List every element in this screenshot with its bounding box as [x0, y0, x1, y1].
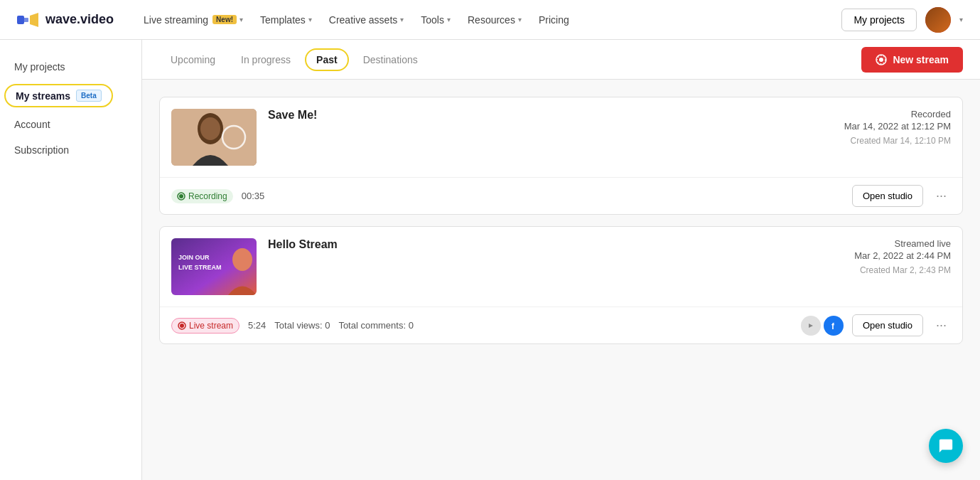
stream-info: Hello Stream Streamed live Mar 2, 2022 a… — [268, 238, 951, 275]
sidebar-item-my-streams-outline: My streams Beta — [4, 84, 113, 107]
sidebar-item-my-projects[interactable]: My projects — [0, 54, 141, 80]
new-stream-icon — [876, 54, 887, 65]
stream-created: Created Mar 2, 2:43 PM — [854, 265, 951, 275]
svg-point-8 — [200, 117, 220, 140]
main-nav: Live streaming New! ▾ Templates ▾ Creati… — [136, 10, 841, 30]
stream-created: Created Mar 14, 12:10 PM — [844, 136, 951, 146]
avatar-image — [925, 7, 951, 33]
stream-card-bottom: Live stream 5:24 Total views: 0 Total co… — [160, 306, 962, 343]
nav-resources[interactable]: Resources ▾ — [461, 10, 529, 30]
stream-duration: 00:35 — [242, 191, 265, 201]
sidebar-item-my-streams-wrapper: My streams Beta — [0, 82, 141, 109]
header-right: My projects ▾ — [841, 7, 963, 33]
stream-card-bottom: Recording 00:35 Open studio ··· — [160, 177, 962, 214]
live-stream-icon — [178, 321, 186, 330]
nav-creative-assets[interactable]: Creative assets ▾ — [322, 10, 411, 30]
chevron-down-icon: ▾ — [447, 16, 451, 23]
svg-point-11 — [179, 194, 183, 198]
svg-point-17 — [180, 324, 184, 328]
svg-marker-2 — [30, 13, 38, 27]
stream-card: Save Me! Recorded Mar 14, 2022 at 12:12 … — [159, 97, 963, 215]
beta-badge: Beta — [76, 90, 102, 102]
tab-upcoming[interactable]: Upcoming — [159, 48, 227, 71]
chat-bubble-button[interactable] — [929, 429, 963, 463]
thumbnail-svg-1 — [171, 109, 257, 166]
logo-text: wave.video — [45, 12, 114, 27]
open-studio-button[interactable]: Open studio — [852, 314, 923, 336]
streams-list: Save Me! Recorded Mar 14, 2022 at 12:12 … — [142, 80, 980, 373]
chevron-down-icon: ▾ — [239, 16, 243, 23]
logo[interactable]: wave.video — [17, 11, 114, 28]
chat-icon — [938, 438, 954, 454]
nav-live-streaming[interactable]: Live streaming New! ▾ — [136, 10, 250, 30]
new-stream-button[interactable]: New stream — [861, 47, 963, 73]
svg-point-4 — [879, 58, 883, 62]
layout: My projects My streams Beta Account Subs… — [0, 40, 980, 480]
stream-total-views: Total views: 0 — [274, 320, 330, 331]
sidebar-item-subscription[interactable]: Subscription — [0, 137, 141, 163]
my-projects-header-button[interactable]: My projects — [841, 9, 917, 31]
stream-title: Save Me! — [268, 109, 317, 143]
chevron-down-icon: ▾ — [400, 16, 404, 23]
tag-recording: Recording — [171, 189, 233, 203]
svg-text:JOIN OUR: JOIN OUR — [178, 254, 210, 261]
platform-icons: f — [801, 316, 844, 336]
nav-templates[interactable]: Templates ▾ — [253, 10, 319, 30]
sidebar-item-account[interactable]: Account — [0, 112, 141, 137]
sidebar: My projects My streams Beta Account Subs… — [0, 40, 142, 480]
header: wave.video Live streaming New! ▾ Templat… — [0, 0, 980, 40]
svg-rect-1 — [21, 18, 28, 22]
stream-meta: Streamed live Mar 2, 2022 at 2:44 PM Cre… — [854, 238, 951, 275]
logo-icon — [17, 11, 40, 28]
nav-tools[interactable]: Tools ▾ — [414, 10, 458, 30]
avatar-chevron-icon: ▾ — [959, 16, 963, 23]
chevron-down-icon: ▾ — [308, 16, 312, 23]
stream-card-top: JOIN OUR LIVE STREAM Hello Stream Stream… — [160, 227, 962, 306]
stream-thumbnail: JOIN OUR LIVE STREAM — [171, 238, 257, 295]
youtube-platform-icon — [801, 316, 821, 336]
thumbnail-svg-2: JOIN OUR LIVE STREAM — [171, 238, 257, 295]
facebook-platform-icon: f — [824, 316, 844, 336]
stream-title: Hello Stream — [268, 238, 338, 272]
recording-icon — [177, 192, 185, 201]
stream-status: Streamed live — [854, 238, 951, 249]
nav-badge-new: New! — [212, 15, 237, 24]
nav-pricing[interactable]: Pricing — [532, 10, 576, 30]
stream-total-comments: Total comments: 0 — [338, 320, 414, 331]
stream-date: Mar 2, 2022 at 2:44 PM — [854, 250, 951, 261]
facebook-icon: f — [826, 319, 841, 333]
tab-past-wrapper: Past — [305, 48, 349, 71]
stream-status: Recorded — [844, 109, 951, 119]
main-content: Upcoming In progress Past Destinations — [142, 40, 980, 480]
stream-meta: Recorded Mar 14, 2022 at 12:12 PM Create… — [844, 109, 951, 146]
sidebar-item-my-streams[interactable]: My streams Beta — [16, 90, 102, 102]
youtube-icon — [804, 319, 817, 332]
stream-card-top: Save Me! Recorded Mar 14, 2022 at 12:12 … — [160, 97, 962, 177]
tag-live: Live stream — [171, 318, 239, 334]
tabs-bar: Upcoming In progress Past Destinations — [142, 40, 980, 80]
tab-destinations[interactable]: Destinations — [352, 48, 429, 71]
svg-point-15 — [232, 248, 252, 271]
thumbnail-image-1 — [171, 109, 257, 166]
tab-in-progress[interactable]: In progress — [230, 48, 302, 71]
stream-card: JOIN OUR LIVE STREAM Hello Stream Stream… — [159, 226, 963, 344]
more-options-button[interactable]: ··· — [932, 315, 951, 336]
stream-date: Mar 14, 2022 at 12:12 PM — [844, 121, 951, 132]
avatar[interactable] — [925, 7, 951, 33]
open-studio-button[interactable]: Open studio — [852, 185, 923, 207]
tab-past[interactable]: Past — [305, 48, 349, 71]
stream-thumbnail — [171, 109, 257, 166]
stream-info: Save Me! Recorded Mar 14, 2022 at 12:12 … — [268, 109, 951, 146]
chevron-down-icon: ▾ — [518, 16, 522, 23]
more-options-button[interactable]: ··· — [932, 186, 951, 206]
svg-text:LIVE STREAM: LIVE STREAM — [178, 264, 222, 271]
stream-duration: 5:24 — [248, 320, 266, 331]
